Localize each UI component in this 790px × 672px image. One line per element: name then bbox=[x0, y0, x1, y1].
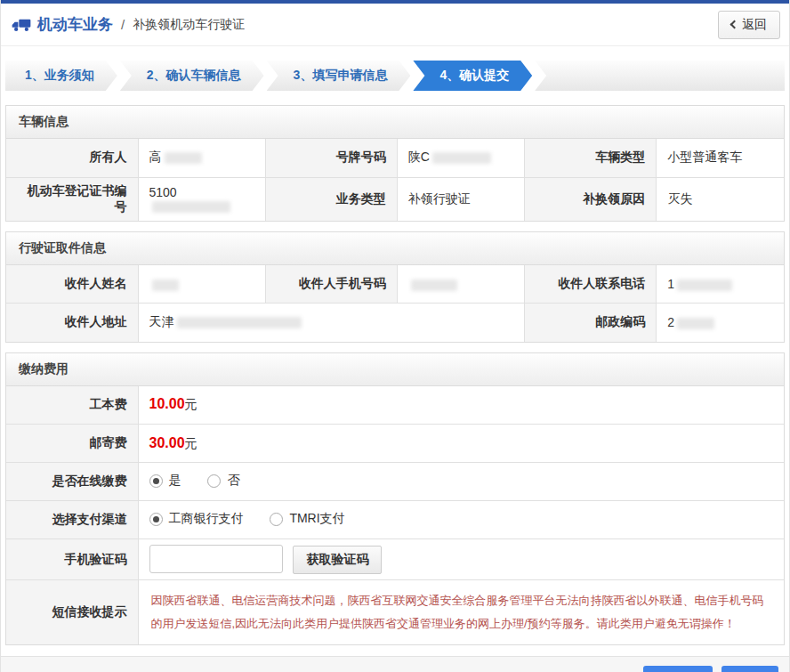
sms-notice-cell: 因陕西省联通、电信运营商技术问题，陕西省互联网交通安全综合服务管理平台无法向持陕… bbox=[138, 580, 784, 645]
redacted-value bbox=[411, 279, 457, 291]
redacted-value bbox=[432, 152, 491, 164]
postal-code-value: 2 bbox=[657, 304, 784, 342]
recipient-address-value: 天津 bbox=[138, 304, 525, 342]
main-content: 车辆信息 所有人 高 号牌号码 陕C 车辆类型 小型普通客车 机动车登记证书编号… bbox=[5, 105, 785, 645]
sms-code-input[interactable] bbox=[149, 545, 283, 573]
fee-unit: 元 bbox=[185, 436, 198, 450]
table-row: 机动车登记证书编号 5100 业务类型 补领行驶证 补换领原因 灭失 bbox=[6, 177, 784, 221]
table-row: 选择支付渠道 工商银行支付 TMRI支付 bbox=[6, 501, 784, 539]
replacement-reason-label: 补换领原因 bbox=[525, 177, 657, 221]
payment-table: 工本费 10.00元 邮寄费 30.00元 是否在线缴费 bbox=[6, 386, 784, 645]
postage-fee-value: 30.00元 bbox=[138, 425, 784, 463]
page-title: 机动车业务 bbox=[37, 14, 113, 35]
step-3-fill-application: 3、填写申请信息 bbox=[267, 61, 411, 91]
recipient-phone-value: 1 bbox=[657, 265, 784, 304]
radio-option-label: 是 bbox=[169, 473, 181, 489]
radio-selected-icon[interactable] bbox=[149, 474, 163, 488]
table-row: 手机验证码 获取验证码 bbox=[6, 539, 784, 580]
redacted-value bbox=[152, 201, 230, 213]
registration-cert-number-value: 5100 bbox=[138, 177, 265, 221]
radio-option-icbc[interactable]: 工商银行支付 bbox=[149, 511, 244, 527]
table-row: 收件人地址 天津 邮政编码 2 bbox=[6, 304, 784, 342]
business-type-value: 补领行驶证 bbox=[397, 177, 524, 221]
recipient-phone-label: 收件人联系电话 bbox=[525, 265, 657, 304]
production-fee-value: 10.00元 bbox=[138, 386, 784, 425]
table-row: 收件人姓名 收件人手机号码 收件人联系电话 1 bbox=[6, 265, 784, 304]
step-bar-filler bbox=[535, 61, 785, 91]
sms-notice-text: 因陕西省联通、电信运营商技术问题，陕西省互联网交通安全综合服务管理平台无法向持陕… bbox=[151, 589, 772, 636]
registration-cert-number-label: 机动车登记证书编号 bbox=[6, 177, 138, 221]
radio-option-label: 工商银行支付 bbox=[169, 511, 244, 527]
step-wizard: 1、业务须知 2、确认车辆信息 3、填写申请信息 4、确认提交 bbox=[5, 61, 785, 91]
radio-unselected-icon[interactable] bbox=[207, 474, 221, 488]
postage-fee-label: 邮寄费 bbox=[6, 425, 138, 463]
breadcrumb-separator: / bbox=[121, 17, 125, 32]
step-1-notice: 1、业务须知 bbox=[5, 61, 117, 91]
fee-unit: 元 bbox=[185, 397, 198, 411]
payment-channel-options: 工商银行支付 TMRI支付 bbox=[138, 501, 784, 539]
recipient-name-value bbox=[138, 265, 265, 304]
table-row: 邮寄费 30.00元 bbox=[6, 425, 784, 463]
back-button[interactable]: 返回 bbox=[718, 11, 780, 39]
redacted-value bbox=[152, 279, 179, 291]
vehicle-type-value: 小型普通客车 bbox=[657, 139, 784, 177]
back-button-label: 返回 bbox=[742, 17, 767, 33]
step-4-confirm-submit: 4、确认提交 bbox=[413, 61, 532, 91]
table-row: 工本费 10.00元 bbox=[6, 386, 784, 425]
radio-option-yes[interactable]: 是 bbox=[149, 473, 181, 489]
delivery-section-title: 行驶证取件信息 bbox=[6, 232, 784, 265]
payment-channel-label: 选择支付渠道 bbox=[6, 501, 138, 539]
delivery-info-table: 收件人姓名 收件人手机号码 收件人联系电话 1 收件人地址 天津 邮政编码 2 bbox=[6, 265, 784, 342]
recipient-address-label: 收件人地址 bbox=[6, 304, 138, 342]
previous-step-button[interactable]: 上一步 bbox=[643, 666, 713, 672]
recipient-mobile-label: 收件人手机号码 bbox=[265, 265, 397, 304]
sms-notice-label: 短信接收提示 bbox=[6, 580, 138, 645]
breadcrumb: 机动车业务 / 补换领机动车行驶证 bbox=[12, 14, 245, 35]
owner-value: 高 bbox=[138, 139, 265, 177]
production-fee-label: 工本费 bbox=[6, 386, 138, 425]
payment-section-title: 缴纳费用 bbox=[6, 353, 784, 386]
production-fee-amount: 10.00 bbox=[149, 396, 185, 411]
payment-section: 缴纳费用 工本费 10.00元 邮寄费 30.00元 是否在线缴费 bbox=[5, 352, 785, 646]
radio-unselected-icon[interactable] bbox=[270, 513, 283, 526]
action-bar: 上一步 完成 bbox=[1, 656, 789, 672]
radio-option-no[interactable]: 否 bbox=[207, 473, 239, 489]
postage-fee-amount: 30.00 bbox=[149, 435, 185, 450]
table-row: 是否在线缴费 是 否 bbox=[6, 463, 784, 501]
get-sms-code-button[interactable]: 获取验证码 bbox=[293, 546, 382, 574]
business-type-label: 业务类型 bbox=[265, 177, 397, 221]
vehicle-section-title: 车辆信息 bbox=[6, 106, 784, 139]
sms-code-field-area: 获取验证码 bbox=[138, 539, 784, 580]
replacement-reason-value: 灭失 bbox=[657, 177, 784, 221]
redacted-value bbox=[177, 317, 302, 328]
radio-selected-icon[interactable] bbox=[149, 513, 163, 526]
vehicle-info-table: 所有人 高 号牌号码 陕C 车辆类型 小型普通客车 机动车登记证书编号 5100… bbox=[6, 139, 784, 221]
redacted-value bbox=[165, 152, 202, 164]
plate-number-label: 号牌号码 bbox=[265, 139, 397, 177]
finish-button[interactable]: 完成 bbox=[721, 666, 778, 672]
online-payment-label: 是否在线缴费 bbox=[6, 463, 138, 501]
redacted-value bbox=[677, 318, 714, 329]
redacted-value bbox=[677, 279, 732, 291]
vehicle-type-label: 车辆类型 bbox=[525, 139, 657, 177]
step-2-confirm-vehicle: 2、确认车辆信息 bbox=[120, 61, 264, 91]
radio-option-tmri[interactable]: TMRI支付 bbox=[270, 511, 344, 527]
radio-option-label: 否 bbox=[227, 473, 239, 489]
page-subtitle: 补换领机动车行驶证 bbox=[133, 17, 245, 33]
sms-code-label: 手机验证码 bbox=[6, 539, 138, 580]
page-header: 机动车业务 / 补换领机动车行驶证 返回 bbox=[1, 4, 789, 46]
truck-icon bbox=[12, 17, 31, 33]
table-row: 短信接收提示 因陕西省联通、电信运营商技术问题，陕西省互联网交通安全综合服务管理… bbox=[6, 580, 784, 645]
table-row: 所有人 高 号牌号码 陕C 车辆类型 小型普通客车 bbox=[6, 139, 784, 177]
chevron-left-icon bbox=[730, 20, 739, 29]
recipient-mobile-value bbox=[397, 265, 524, 304]
online-payment-options: 是 否 bbox=[138, 463, 784, 501]
plate-number-value: 陕C bbox=[397, 139, 524, 177]
postal-code-label: 邮政编码 bbox=[525, 304, 657, 342]
delivery-info-section: 行驶证取件信息 收件人姓名 收件人手机号码 收件人联系电话 1 收件人地址 天津… bbox=[5, 231, 785, 343]
radio-option-label: TMRI支付 bbox=[289, 511, 344, 527]
recipient-name-label: 收件人姓名 bbox=[6, 265, 138, 304]
page: 机动车业务 / 补换领机动车行驶证 返回 1、业务须知 2、确认车辆信息 3、填… bbox=[0, 0, 790, 672]
vehicle-info-section: 车辆信息 所有人 高 号牌号码 陕C 车辆类型 小型普通客车 机动车登记证书编号… bbox=[5, 105, 785, 222]
owner-label: 所有人 bbox=[6, 139, 138, 177]
